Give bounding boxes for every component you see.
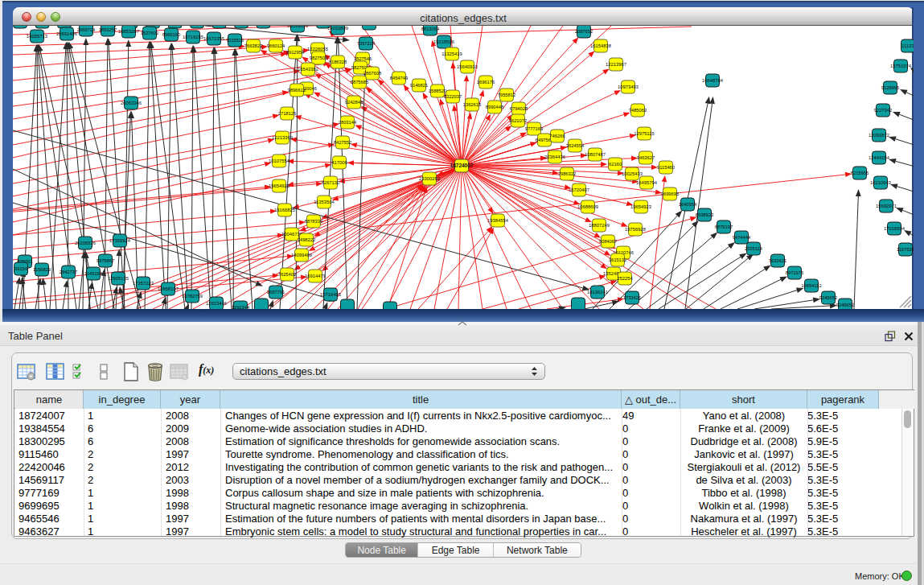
svg-text:9245652: 9245652 xyxy=(836,303,855,307)
svg-text:1145194: 1145194 xyxy=(84,271,103,276)
svg-text:9129966: 9129966 xyxy=(881,85,900,90)
svg-text:19218506: 19218506 xyxy=(433,39,454,44)
svg-text:8990448: 8990448 xyxy=(486,105,504,109)
svg-text:5875685: 5875685 xyxy=(351,80,369,84)
svg-text:62160: 62160 xyxy=(609,162,622,167)
svg-text:417006: 417006 xyxy=(331,160,347,165)
svg-text:19654923: 19654923 xyxy=(630,204,651,209)
svg-text:8813054: 8813054 xyxy=(421,27,440,31)
svg-text:7632621: 7632621 xyxy=(769,258,787,263)
svg-text:9146821: 9146821 xyxy=(410,83,429,88)
svg-text:746266: 746266 xyxy=(549,134,565,138)
svg-text:10807487: 10807487 xyxy=(585,152,606,157)
svg-text:8454749: 8454749 xyxy=(390,76,409,80)
svg-text:19166825: 19166825 xyxy=(274,208,295,212)
svg-text:8427552: 8427552 xyxy=(334,140,352,145)
svg-text:9242848: 9242848 xyxy=(345,100,363,105)
svg-text:18724007: 18724007 xyxy=(450,163,474,168)
svg-text:14055713: 14055713 xyxy=(27,34,47,39)
svg-text:12213967: 12213967 xyxy=(606,62,626,67)
svg-text:6879197: 6879197 xyxy=(715,225,733,229)
svg-text:3498222: 3498222 xyxy=(298,237,316,242)
svg-text:16914479: 16914479 xyxy=(305,274,326,278)
svg-text:9474444: 9474444 xyxy=(733,235,751,240)
svg-text:17016504: 17016504 xyxy=(884,226,906,231)
svg-text:12213369: 12213369 xyxy=(272,135,293,140)
svg-text:11123: 11123 xyxy=(901,43,914,48)
svg-text:16210643: 16210643 xyxy=(870,180,891,185)
svg-text:16543382: 16543382 xyxy=(298,67,318,72)
svg-text:6794028: 6794028 xyxy=(510,106,528,111)
svg-text:16495794: 16495794 xyxy=(636,180,658,185)
svg-text:12444154: 12444154 xyxy=(869,155,890,160)
svg-text:7955812: 7955812 xyxy=(498,93,516,97)
svg-text:1621072: 1621072 xyxy=(509,118,528,123)
svg-text:19756928: 19756928 xyxy=(625,227,646,232)
svg-text:2718126: 2718126 xyxy=(278,111,297,116)
svg-text:23300293: 23300293 xyxy=(419,176,440,181)
svg-text:9227342: 9227342 xyxy=(874,108,893,113)
svg-text:12975115: 12975115 xyxy=(634,131,654,136)
svg-text:11325419: 11325419 xyxy=(441,51,462,56)
svg-text:10719155: 10719155 xyxy=(183,35,203,39)
svg-text:7663822: 7663822 xyxy=(244,43,263,48)
svg-text:8322037: 8322037 xyxy=(444,94,462,99)
svg-text:10853267: 10853267 xyxy=(118,29,139,34)
svg-text:12923446: 12923446 xyxy=(206,301,227,306)
svg-text:14099489: 14099489 xyxy=(291,253,312,257)
svg-text:19654925: 19654925 xyxy=(269,183,290,188)
svg-text:2942737: 2942737 xyxy=(60,270,78,274)
svg-text:2867608: 2867608 xyxy=(363,71,382,76)
svg-text:7515526: 7515526 xyxy=(226,38,244,43)
svg-text:16648784: 16648784 xyxy=(702,78,724,83)
svg-text:2803144: 2803144 xyxy=(339,120,357,125)
svg-text:12226055: 12226055 xyxy=(307,47,328,51)
svg-text:15692971: 15692971 xyxy=(876,204,897,208)
svg-text:11353504: 11353504 xyxy=(314,200,335,204)
svg-text:9827503: 9827503 xyxy=(310,56,328,60)
svg-text:9115460: 9115460 xyxy=(657,165,675,170)
svg-text:9660124: 9660124 xyxy=(267,43,285,48)
svg-text:9699695: 9699695 xyxy=(661,192,680,196)
svg-text:15751074: 15751074 xyxy=(890,64,912,68)
svg-text:2087652: 2087652 xyxy=(575,29,593,34)
svg-text:17359924: 17359924 xyxy=(109,238,131,243)
svg-text:1167534: 1167534 xyxy=(897,247,914,252)
svg-text:16033809: 16033809 xyxy=(327,26,348,31)
svg-text:8471676: 8471676 xyxy=(786,270,804,275)
svg-text:19384554: 19384554 xyxy=(487,218,509,223)
svg-text:16671355: 16671355 xyxy=(203,36,224,41)
svg-text:10958107: 10958107 xyxy=(158,286,179,291)
svg-text:39154: 39154 xyxy=(14,266,28,271)
svg-text:7485063: 7485063 xyxy=(629,108,647,113)
svg-text:1362615: 1362615 xyxy=(463,102,482,107)
svg-text:1615132: 1615132 xyxy=(609,257,627,262)
svg-text:8912954: 8912954 xyxy=(286,50,305,55)
svg-text:1696176: 1696176 xyxy=(477,80,495,84)
svg-text:9245652: 9245652 xyxy=(819,295,838,300)
svg-text:26053346: 26053346 xyxy=(121,101,142,105)
svg-text:10107554: 10107554 xyxy=(269,159,290,163)
svg-text:8267130: 8267130 xyxy=(322,180,340,185)
svg-text:8938923: 8938923 xyxy=(696,212,714,217)
svg-text:16154838: 16154838 xyxy=(590,43,611,48)
svg-text:7986322: 7986322 xyxy=(558,171,577,176)
svg-text:16033809: 16033809 xyxy=(287,26,308,28)
svg-text:252254: 252254 xyxy=(617,276,633,281)
svg-text:9463627: 9463627 xyxy=(637,155,655,160)
svg-text:8186328: 8186328 xyxy=(329,60,347,64)
svg-text:9777169: 9777169 xyxy=(525,126,544,131)
svg-text:6966160: 6966160 xyxy=(162,32,181,37)
svg-text:1527602: 1527602 xyxy=(141,31,159,35)
svg-text:1527546: 1527546 xyxy=(354,56,372,61)
svg-text:16782759: 16782759 xyxy=(182,294,203,299)
svg-text:10025433: 10025433 xyxy=(622,171,643,176)
svg-text:7357224: 7357224 xyxy=(357,41,376,46)
svg-text:12093872: 12093872 xyxy=(869,133,889,138)
svg-text:20364436: 20364436 xyxy=(544,154,565,159)
svg-text:2535114: 2535114 xyxy=(745,246,763,251)
svg-text:20206536: 20206536 xyxy=(75,241,96,245)
svg-text:15716485: 15716485 xyxy=(320,292,341,297)
svg-text:9084067: 9084067 xyxy=(599,239,618,244)
svg-text:20691406: 20691406 xyxy=(56,31,77,36)
